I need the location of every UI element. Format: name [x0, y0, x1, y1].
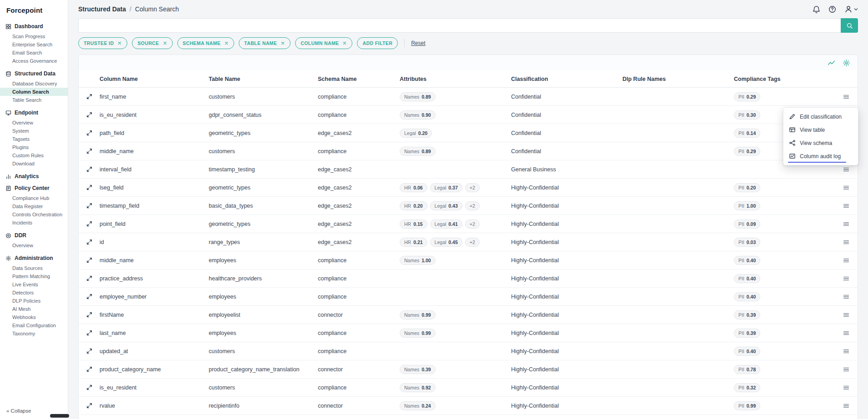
close-icon[interactable]	[224, 41, 229, 45]
sidebar-item-compliance-hub[interactable]: Compliance Hub	[0, 194, 68, 202]
column-header-column-name[interactable]: Column Name	[100, 76, 209, 82]
expand-row-icon[interactable]	[86, 148, 93, 155]
sidebar-item-access-governance[interactable]: Access Governance	[0, 57, 68, 65]
sidebar-section-analytics[interactable]: Analytics	[0, 170, 68, 182]
sidebar-item-email-search[interactable]: Email Search	[0, 49, 68, 57]
expand-row-icon[interactable]	[86, 329, 93, 336]
reset-filters-link[interactable]: Reset	[411, 40, 425, 46]
column-header-attributes[interactable]: Attributes	[400, 76, 511, 82]
filter-chip-column-name[interactable]: COLUMN NAME	[295, 37, 352, 49]
row-actions-menu-icon[interactable]	[843, 202, 850, 210]
sidebar-item-live-events[interactable]: Live Events	[0, 280, 68, 289]
close-icon[interactable]	[163, 41, 167, 45]
row-actions-menu-icon[interactable]	[843, 329, 850, 337]
filter-chip-table-name[interactable]: TABLE NAME	[239, 37, 291, 49]
expand-row-icon[interactable]	[86, 257, 93, 264]
filter-chip-schema-name[interactable]: SCHEMA NAME	[177, 37, 234, 49]
sidebar-item-overview[interactable]: Overview	[0, 241, 68, 249]
row-actions-menu-icon[interactable]	[843, 275, 850, 282]
sidebar-item-custom-rules[interactable]: Custom Rules	[0, 151, 68, 160]
sidebar-section-dashboard[interactable]: Dashboard	[0, 20, 68, 32]
sidebar-item-ai-mesh[interactable]: AI Mesh	[0, 305, 68, 313]
row-actions-menu-icon[interactable]	[843, 257, 850, 264]
menu-item-view-table[interactable]: View table	[783, 123, 858, 136]
sidebar-section-ddr[interactable]: DDR	[0, 229, 68, 241]
expand-row-icon[interactable]	[86, 275, 93, 282]
expand-row-icon[interactable]	[86, 184, 93, 191]
add-filter-button[interactable]: ADD FILTER	[357, 37, 398, 49]
sidebar-item-pattern-matching[interactable]: Pattern Matching	[0, 272, 68, 280]
notifications-bell-icon[interactable]	[813, 5, 820, 13]
expand-row-icon[interactable]	[86, 402, 93, 409]
sidebar-section-endpoint[interactable]: Endpoint	[0, 107, 68, 119]
sidebar-item-system[interactable]: System	[0, 127, 68, 135]
search-button[interactable]	[841, 18, 858, 33]
breadcrumb-section[interactable]: Structured Data	[78, 5, 126, 13]
sidebar-item-table-search[interactable]: Table Search	[0, 96, 68, 104]
expand-row-icon[interactable]	[86, 239, 93, 245]
column-header-classification[interactable]: Classification	[511, 76, 622, 82]
sidebar-item-tagsets[interactable]: Tagsets	[0, 135, 68, 143]
row-actions-menu-icon[interactable]	[843, 239, 850, 246]
scrollbar-thumb[interactable]	[50, 414, 69, 418]
sidebar-item-overview[interactable]: Overview	[0, 119, 68, 127]
column-header-compliance-tags[interactable]: Compliance Tags	[734, 76, 835, 82]
sidebar-item-plugins[interactable]: Plugins	[0, 143, 68, 151]
settings-gear-icon[interactable]	[843, 59, 850, 67]
filter-chip-trustee-id[interactable]: TRUSTEE ID	[78, 37, 127, 49]
row-actions-menu-icon[interactable]	[843, 384, 850, 391]
expand-row-icon[interactable]	[86, 220, 93, 227]
expand-row-icon[interactable]	[86, 293, 93, 300]
sidebar-item-detectors[interactable]: Detectors	[0, 289, 68, 297]
sidebar-section-policy-center[interactable]: Policy Center	[0, 182, 68, 194]
expand-row-icon[interactable]	[86, 202, 93, 209]
expand-cell	[79, 220, 100, 227]
sidebar-item-data-register[interactable]: Data Register	[0, 202, 68, 210]
sidebar-item-incidents[interactable]: Incidents	[0, 219, 68, 227]
trend-chart-icon[interactable]	[828, 59, 835, 67]
expand-row-icon[interactable]	[86, 166, 93, 173]
sidebar-section-administration[interactable]: Administration	[0, 252, 68, 264]
sidebar-item-database-discovery[interactable]: Database Discovery	[0, 80, 68, 88]
filter-chip-source[interactable]: SOURCE	[132, 37, 172, 49]
row-actions-menu-icon[interactable]	[843, 311, 850, 319]
row-actions-menu-icon[interactable]	[843, 184, 850, 191]
close-icon[interactable]	[342, 41, 347, 45]
sidebar-item-data-sources[interactable]: Data Sources	[0, 264, 68, 272]
expand-row-icon[interactable]	[86, 384, 93, 391]
column-header-dlp-rule-names[interactable]: Dlp Rule Names	[622, 76, 734, 82]
expand-row-icon[interactable]	[86, 311, 93, 318]
sidebar-item-webhooks[interactable]: Webhooks	[0, 313, 68, 321]
column-header-schema-name[interactable]: Schema Name	[318, 76, 400, 82]
close-icon[interactable]	[281, 41, 285, 45]
row-actions-menu-icon[interactable]	[843, 166, 850, 173]
close-icon[interactable]	[117, 41, 122, 45]
user-menu[interactable]	[844, 5, 858, 13]
sidebar-item-enterprise-search[interactable]: Enterprise Search	[0, 40, 68, 49]
expand-row-icon[interactable]	[86, 93, 93, 100]
row-actions-menu-icon[interactable]	[843, 93, 850, 100]
expand-row-icon[interactable]	[86, 111, 93, 118]
sidebar-item-download[interactable]: Download	[0, 160, 68, 168]
sidebar-item-dlp-policies[interactable]: DLP Policies	[0, 297, 68, 305]
row-actions-menu-icon[interactable]	[843, 220, 850, 228]
sidebar-item-scan-progress[interactable]: Scan Progress	[0, 32, 68, 40]
sidebar-item-column-search[interactable]: Column Search	[0, 88, 68, 96]
row-actions-menu-icon[interactable]	[843, 293, 850, 300]
row-actions-menu-icon[interactable]	[843, 348, 850, 355]
sidebar-item-controls-orchestration[interactable]: Controls Orchestration	[0, 210, 68, 219]
row-actions-menu-icon[interactable]	[843, 366, 850, 373]
expand-row-icon[interactable]	[86, 366, 93, 373]
sidebar-section-structured-data[interactable]: Structured Data	[0, 68, 68, 80]
expand-row-icon[interactable]	[86, 130, 93, 136]
menu-item-edit-classification[interactable]: Edit classification	[783, 110, 858, 123]
menu-item-column-audit-log[interactable]: Column audit log	[783, 150, 858, 163]
sidebar-item-email-configuration[interactable]: Email Configuration	[0, 321, 68, 329]
sidebar-item-taxonomy[interactable]: Taxonomy	[0, 329, 68, 338]
help-icon[interactable]	[828, 5, 836, 13]
expand-row-icon[interactable]	[86, 348, 93, 354]
search-input[interactable]	[78, 18, 841, 33]
column-header-table-name[interactable]: Table Name	[209, 76, 318, 82]
row-actions-menu-icon[interactable]	[843, 402, 850, 409]
menu-item-view-schema[interactable]: View schema	[783, 136, 858, 150]
